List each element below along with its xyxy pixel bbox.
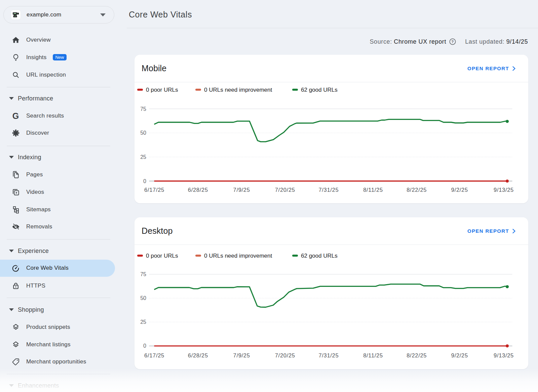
svg-text:75: 75 [140,106,146,112]
svg-text:8/22/25: 8/22/25 [407,187,427,193]
svg-text:G: G [12,112,19,120]
svg-text:7/9/25: 7/9/25 [233,352,250,358]
svg-text:7/31/25: 7/31/25 [318,352,339,358]
svg-text:25: 25 [140,154,146,160]
svg-text:6/17/25: 6/17/25 [144,187,164,193]
svg-text:7/9/25: 7/9/25 [233,187,250,193]
svg-text:50: 50 [140,295,146,301]
svg-text:6/28/25: 6/28/25 [188,352,208,358]
svg-text:8/22/25: 8/22/25 [407,352,427,358]
svg-text:?: ? [451,40,454,44]
svg-text:50: 50 [140,130,146,136]
svg-text:0: 0 [143,343,146,349]
svg-text:7/31/25: 7/31/25 [318,187,339,193]
svg-text:8/11/25: 8/11/25 [363,187,383,193]
svg-text:0: 0 [143,178,146,184]
svg-text:75: 75 [140,271,146,277]
svg-text:25: 25 [140,319,146,325]
svg-text:9/13/25: 9/13/25 [494,352,514,358]
svg-text:6/28/25: 6/28/25 [188,187,208,193]
svg-text:9/13/25: 9/13/25 [494,187,514,193]
svg-text:7/20/25: 7/20/25 [275,187,295,193]
svg-text:9/2/25: 9/2/25 [451,352,468,358]
svg-text:6/17/25: 6/17/25 [144,352,164,358]
svg-text:7/20/25: 7/20/25 [275,352,295,358]
svg-text:9/2/25: 9/2/25 [451,187,468,193]
svg-text:8/11/25: 8/11/25 [363,352,383,358]
